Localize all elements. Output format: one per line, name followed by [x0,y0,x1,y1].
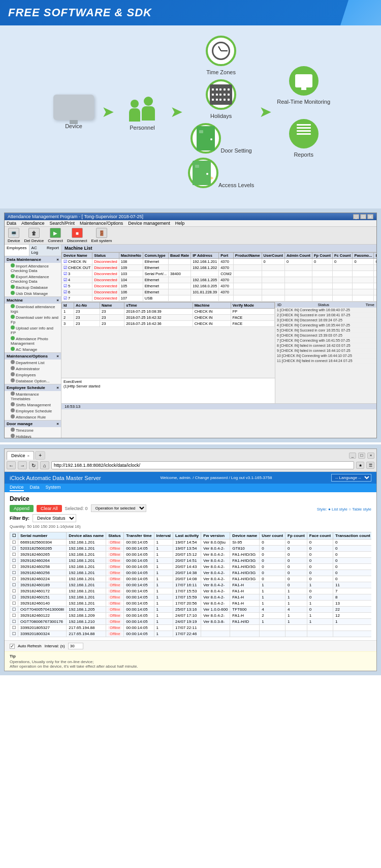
toolbar-connect-btn[interactable]: ▶ Connect [48,228,63,243]
bottom-table-area[interactable]: Id Ac-No Name sTime Machine Verify Mode [61,302,275,378]
style-toggle[interactable]: Style: ● List style ○ Table style [317,507,371,512]
sidebar-item-upload-user[interactable]: Upload user info and FP [5,325,61,336]
table-row[interactable]: ☐66691825600304192.168.1.201Offline00:00… [10,540,372,546]
machine-table-container[interactable]: Device Name Status MachineNo Comm.type B… [61,252,376,302]
new-tab-btn[interactable]: + [35,451,45,460]
back-btn[interactable]: ← [7,461,16,469]
browser-tab-device[interactable]: Device × [7,451,34,460]
table-row[interactable]: ☑ CHECK OUT Disconnected 109 Ethernet 19… [62,265,377,271]
menu-data[interactable]: Data [7,221,16,226]
sidebar-item-timetables[interactable]: Maintenance Timetables [5,391,61,402]
table-row[interactable]: ☐52031825600265192.168.1.201Offline00:00… [10,546,372,552]
table-row[interactable]: ☐3929182460265192.168.1.201Offline00:00:… [10,552,372,558]
table-row[interactable]: ☑ CHECK IN Disconnected 108 Ethernet 192… [62,259,377,265]
append-btn[interactable]: Append [10,505,34,512]
toolbar-exit-btn[interactable]: 🚪 Exit system [91,228,112,243]
close-btn[interactable]: × [367,214,373,219]
bookmark-btn[interactable]: ★ [356,462,364,469]
sidebar-header-door[interactable]: Door manage × [5,421,61,427]
sidebar-item-db[interactable]: Database Option... [5,378,61,384]
table-row[interactable]: ☑ 7 Disconnected 107 USB [62,295,377,302]
web-nav-data[interactable]: Data [30,485,40,491]
web-cell: Offline [106,619,124,625]
table-row[interactable]: 3 23 23 2018-07-25 16:42:36 CHECK IN FAC… [62,321,275,327]
table-row[interactable]: 2 23 23 2018-07-25 16:42:32 CHECK IN FAC… [62,315,275,321]
menu-search[interactable]: Search/Print [50,221,75,226]
table-row[interactable]: ☐3929182460189192.168.1.201Offline00:00:… [10,582,372,588]
sidebar-item-photo[interactable]: Attendance Photo Management [5,336,61,346]
forward-btn[interactable]: → [18,461,27,469]
sidebar-item-emp-schedule[interactable]: Employee Schedule [5,408,61,414]
table-row[interactable]: ☐OGT708006767300176192.168.1.210Offline0… [10,619,372,625]
sidebar-item-import[interactable]: Import Attendance Checking Data [5,263,61,274]
menu-maintenance[interactable]: Maintenance/Options [80,221,123,226]
table-row[interactable]: ☐3399201800324217.65.194.88Offline00:00:… [10,631,372,637]
sidebar-item-holidays[interactable]: Holidays [5,433,61,438]
interval-input[interactable] [68,643,83,649]
table-row[interactable]: ☐3929182460256192.168.1.201Offline00:00:… [10,570,372,576]
toolbar-deldevice-btn[interactable]: 🗑 Del Device [24,228,44,243]
app-title: Attendance Management Program - [ Tong-S… [8,214,143,219]
table-row[interactable]: ☐3929182460264192.168.1.201Offline00:00:… [10,558,372,564]
web-nav-system[interactable]: System [46,485,61,491]
sidebar-header-schedule[interactable]: Employee Schedule × [5,384,61,391]
sidebar-header-data[interactable]: Data Maintenance × [5,256,61,263]
sidebar-item-dept[interactable]: Department List [5,360,61,366]
filter-select[interactable]: Device Status [33,514,76,522]
web-cell: 19/07 13:54 [173,546,201,552]
web-table-container[interactable]: ☐ Serial number Device alias name Status… [10,532,371,637]
menu-attendance[interactable]: Attendance [21,221,45,226]
browser-minimize-btn[interactable]: _ [349,453,356,459]
browser-restore-btn[interactable]: □ [358,453,365,459]
table-row[interactable]: ☐3929182460151192.168.1.201Offline00:00:… [10,594,372,601]
tab-close-btn[interactable]: × [27,454,30,458]
sidebar-item-download-user[interactable]: Download user info and Fp [5,314,61,325]
sidebar-tab-report[interactable]: Report [45,245,61,256]
menu-help[interactable]: Help [175,221,185,226]
home-btn[interactable]: ⌂ [40,461,49,469]
toolbar-device-btn[interactable]: 💻 Device [8,228,20,243]
toolbar-disconnect-btn[interactable]: ■ Disconnect [67,228,87,243]
sidebar-tab-employees[interactable]: Employees [5,245,29,256]
table-row[interactable]: ☑ 4 Disconnected 104 Ethernet 192.168.1.… [62,277,377,283]
table-row[interactable]: ☐3929182460122192.168.1.209Offline00:00:… [10,613,372,619]
settings-btn[interactable]: ☰ [366,462,374,469]
table-row[interactable]: ☑ 3 Disconnected 103 Serial Port/... 384… [62,271,377,277]
sidebar-item-employees[interactable]: Employees [5,372,61,378]
web-cell: 192.168.1.201 [67,601,106,607]
table-row[interactable]: ☑ 6 Disconnected 106 Ethernet 101.81.228… [62,289,377,295]
table-row[interactable]: 1 23 23 2018-07-25 16:08:39 CHECK IN FP [62,309,275,315]
table-row[interactable]: ☐OGT704005704130008I192.168.1.205Offline… [10,607,372,613]
sidebar-tab-aclog[interactable]: AC Log [29,245,45,256]
table-row[interactable]: ☐3399201805327217.65.194.88Offline00:00:… [10,625,372,631]
table-row[interactable]: ☐3929182460258192.168.1.201Offline00:00:… [10,564,372,570]
operation-select[interactable]: Operation for selected [91,504,146,512]
browser-close-btn[interactable]: × [367,453,374,459]
sidebar-item-backup[interactable]: Backup Database [5,284,61,290]
sidebar-item-shifts[interactable]: Shifts Management [5,402,61,408]
auto-refresh-checkbox[interactable] [10,644,15,649]
sidebar-item-admin[interactable]: Administrator [5,366,61,372]
table-row[interactable]: ☐3929182460172192.168.1.201Offline00:00:… [10,588,372,594]
bot-cell-machine: CHECK IN [193,309,231,315]
table-row[interactable]: ☐3929182460140192.168.1.201Offline00:00:… [10,601,372,607]
language-select[interactable]: -- Language -- [331,474,371,482]
web-nav-device[interactable]: Device [10,485,24,491]
sidebar-header-maint[interactable]: Maintenance/Options × [5,353,61,360]
sidebar-item-usb[interactable]: Usb Disk Manage [5,290,61,296]
sidebar-item-export[interactable]: Export Attendance Checking Data [5,274,61,284]
titlebar-buttons[interactable]: _ □ × [353,214,373,219]
sidebar-item-ac[interactable]: AC Manage [5,346,61,352]
minimize-btn[interactable]: _ [353,214,359,219]
menu-device[interactable]: Device management [128,221,170,226]
sidebar-header-machine[interactable]: Machine × [5,297,61,304]
sidebar-item-download-logs[interactable]: Download attendance logs [5,304,61,314]
sidebar-item-timezone[interactable]: Timezone [5,427,61,433]
table-row[interactable]: ☑ 5 Disconnected 105 Ethernet 192.168.0.… [62,283,377,289]
table-row[interactable]: ☐3929182460224192.168.1.201Offline00:00:… [10,576,372,582]
sidebar-item-attendance-rule[interactable]: Attendance Rule [5,414,61,420]
clear-all-btn[interactable]: Clear All [37,505,62,512]
maximize-btn[interactable]: □ [360,214,366,219]
url-bar[interactable] [51,461,354,469]
refresh-btn[interactable]: ↻ [29,461,38,469]
